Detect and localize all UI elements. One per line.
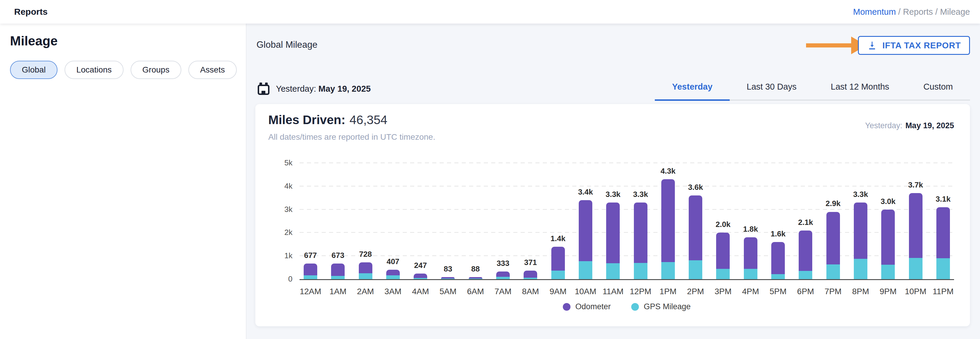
tab-last-12-months[interactable]: Last 12 Months xyxy=(814,73,906,101)
gps-segment xyxy=(799,271,812,279)
gps-segment xyxy=(634,263,648,279)
gps-segment xyxy=(469,279,482,279)
odometer-segment xyxy=(634,202,648,263)
breadcrumb-separator: / xyxy=(896,7,903,16)
bar-1pm[interactable]: 4.3k1PM xyxy=(661,179,675,279)
gps-segment xyxy=(936,258,950,279)
tab-custom[interactable]: Custom xyxy=(906,73,970,101)
filter-pill-global[interactable]: Global xyxy=(10,61,57,79)
card-period-label: Yesterday: xyxy=(865,121,902,130)
bar-6am[interactable]: 886AM xyxy=(469,277,482,279)
bar-7am[interactable]: 3337AM xyxy=(496,272,510,279)
bar-6pm[interactable]: 2.1k6PM xyxy=(799,231,812,279)
ifta-button-label: IFTA TAX REPORT xyxy=(882,41,961,50)
bar-value-label: 371 xyxy=(508,258,552,267)
legend-dot-gps-mileage xyxy=(631,303,639,311)
filter-pill-groups[interactable]: Groups xyxy=(130,61,181,79)
gps-segment xyxy=(771,274,785,279)
timezone-note: All dates/times are reported in UTC time… xyxy=(268,132,435,142)
bar-8pm[interactable]: 3.3k8PM xyxy=(854,202,867,279)
breadcrumb-link-momentum[interactable]: Momentum xyxy=(853,7,896,16)
bar-5pm[interactable]: 1.6k5PM xyxy=(771,242,785,279)
odometer-segment xyxy=(661,179,675,262)
x-axis-label: 8PM xyxy=(852,287,869,296)
x-axis-label: 12PM xyxy=(630,287,651,296)
gps-segment xyxy=(551,271,565,279)
section-title: Global Mileage xyxy=(256,40,318,50)
miles-driven-metric: Miles Driven:46,354 xyxy=(268,113,387,127)
bar-3pm[interactable]: 2.0k3PM xyxy=(716,232,730,279)
bar-2pm[interactable]: 3.6k2PM xyxy=(689,196,702,279)
bar-12am[interactable]: 67712AM xyxy=(304,264,317,279)
odometer-segment xyxy=(359,263,372,273)
card-period: Yesterday:May 19, 2025 xyxy=(865,121,954,130)
y-axis-tick-0: 0 xyxy=(277,274,293,283)
bar-5am[interactable]: 835AM xyxy=(441,277,455,279)
sidebar-title: Mileage xyxy=(10,33,57,48)
legend-item-gps-mileage[interactable]: GPS Mileage xyxy=(631,302,690,311)
bar-11pm[interactable]: 3.1k11PM xyxy=(936,207,950,279)
x-axis-label: 7AM xyxy=(495,287,512,296)
chart-legend: OdometerGPS Mileage xyxy=(299,302,954,311)
gps-segment xyxy=(496,277,510,279)
legend-item-odometer[interactable]: Odometer xyxy=(563,302,611,311)
legend-dot-odometer xyxy=(563,303,571,311)
bar-7pm[interactable]: 2.9k7PM xyxy=(826,212,840,279)
gps-segment xyxy=(826,264,840,279)
bar-12pm[interactable]: 3.3k12PM xyxy=(634,202,648,279)
ifta-tax-report-button[interactable]: IFTA TAX REPORT xyxy=(858,36,970,55)
gps-segment xyxy=(881,265,895,279)
x-axis-label: 7PM xyxy=(825,287,842,296)
bar-10pm[interactable]: 3.7k10PM xyxy=(909,193,923,279)
gps-segment xyxy=(689,260,702,279)
x-axis-label: 5AM xyxy=(439,287,457,296)
odometer-segment xyxy=(689,196,702,260)
odometer-segment xyxy=(771,242,785,274)
bar-4pm[interactable]: 1.8k4PM xyxy=(744,237,757,279)
date-range-display[interactable]: Yesterday: May 19, 2025 xyxy=(258,81,371,96)
odometer-segment xyxy=(414,274,427,278)
bar-3am[interactable]: 4073AM xyxy=(386,270,400,279)
y-axis-tick-3k: 3k xyxy=(277,205,293,214)
bar-9pm[interactable]: 3.0k9PM xyxy=(881,210,895,279)
x-axis-label: 4AM xyxy=(412,287,429,296)
period-tabs: YesterdayLast 30 DaysLast 12 MonthsCusto… xyxy=(655,73,970,100)
bar-10am[interactable]: 3.4k10AM xyxy=(579,200,592,279)
odometer-segment xyxy=(523,271,537,278)
x-axis-label: 10AM xyxy=(574,287,596,296)
odometer-segment xyxy=(606,202,620,263)
bar-1am[interactable]: 6731AM xyxy=(331,264,345,279)
bar-11am[interactable]: 3.3k11AM xyxy=(606,202,620,279)
bar-value-label: 3.1k xyxy=(921,194,965,204)
date-text: Yesterday: May 19, 2025 xyxy=(276,84,371,94)
odometer-segment xyxy=(496,272,510,277)
main-content: Global Mileage IFTA TAX REPORT Yesterday… xyxy=(247,24,980,339)
filter-pill-locations[interactable]: Locations xyxy=(65,61,124,79)
y-axis-tick-2k: 2k xyxy=(277,228,293,237)
odometer-segment xyxy=(386,270,400,275)
tab-yesterday[interactable]: Yesterday xyxy=(655,73,729,101)
x-axis-label: 5PM xyxy=(770,287,787,296)
bar-value-label: 2.9k xyxy=(811,199,855,208)
tab-last-30-days[interactable]: Last 30 Days xyxy=(730,73,814,101)
x-axis-label: 12AM xyxy=(299,287,321,296)
gps-segment xyxy=(854,259,867,279)
odometer-segment xyxy=(826,212,840,264)
mileage-card: Miles Driven:46,354 All dates/times are … xyxy=(255,104,970,326)
odometer-segment xyxy=(881,210,895,265)
bar-value-label: 1.6k xyxy=(756,229,800,239)
bar-value-label: 4.3k xyxy=(646,167,690,176)
odometer-segment xyxy=(854,202,867,259)
bar-2am[interactable]: 7282AM xyxy=(359,263,372,279)
download-icon xyxy=(867,40,877,50)
y-axis-tick-4k: 4k xyxy=(277,181,293,191)
x-axis-label: 9PM xyxy=(880,287,897,296)
bar-8am[interactable]: 3718AM xyxy=(523,271,537,279)
filter-pill-assets[interactable]: Assets xyxy=(188,61,237,79)
breadcrumb-separator: / xyxy=(933,7,940,16)
odometer-segment xyxy=(551,247,565,271)
page-title: Reports xyxy=(14,7,48,17)
bar-4am[interactable]: 2474AM xyxy=(414,274,427,279)
bar-9am[interactable]: 1.4k9AM xyxy=(551,247,565,279)
gridline-5k xyxy=(299,162,954,163)
